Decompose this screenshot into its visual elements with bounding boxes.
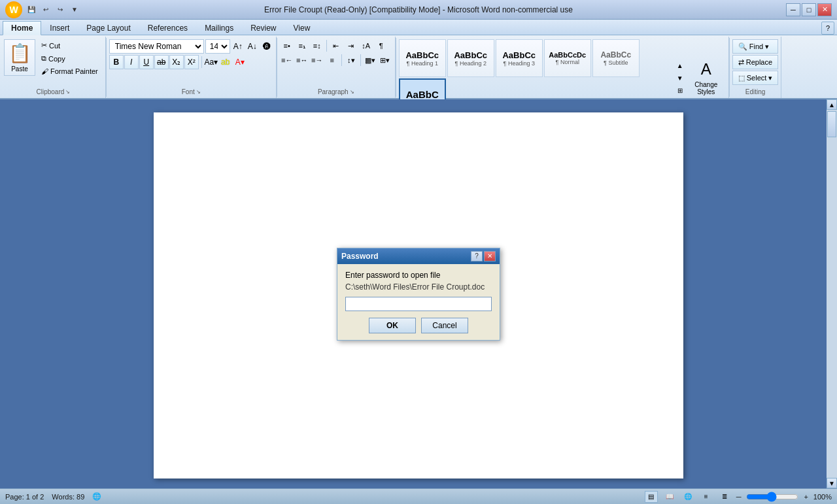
undo-quick-btn[interactable]: ↩ [39,3,52,16]
font-family-selector[interactable]: Times New Roman [109,39,204,54]
styles-scroll-up[interactable]: ▲ [675,59,685,71]
redo-quick-btn[interactable]: ↪ [54,3,67,16]
select-button[interactable]: ⬚ Select ▾ [732,71,779,85]
style-heading3[interactable]: AaBbCc ¶ Heading 3 [496,39,543,77]
shading-button[interactable]: ▩▾ [363,54,377,67]
strikethrough-button[interactable]: ab [154,55,169,69]
full-reading-btn[interactable]: 📖 [663,491,676,503]
grow-font-button[interactable]: A↑ [231,40,245,53]
numbering-button[interactable]: ≡₁ [295,39,309,52]
line-spacing-button[interactable]: ↕▾ [344,54,358,67]
dialog-help-button[interactable]: ? [471,251,483,261]
dialog-buttons: OK Cancel [345,318,492,333]
tab-view[interactable]: View [285,21,319,35]
cut-button[interactable]: ✂ Cut [37,39,103,52]
font-expand-icon[interactable]: ↘ [196,89,201,95]
style-heading2[interactable]: AaBbCc ¶ Heading 2 [447,39,494,77]
text-highlight-button[interactable]: ab [219,56,232,69]
style-normal[interactable]: AaBbCcDc ¶ Normal [544,39,591,77]
styles-expand[interactable]: ⊞ [675,84,685,96]
help-button[interactable]: ? [821,22,834,35]
show-formatting-button[interactable]: ¶ [374,39,388,52]
normal-preview: AaBbCcDc [549,51,586,59]
align-left-button[interactable]: ≡← [280,54,294,67]
italic-button[interactable]: I [124,55,139,69]
clipboard-expand-icon[interactable]: ↘ [65,89,70,95]
multilevel-button[interactable]: ≡↕ [310,39,324,52]
change-styles-button[interactable]: A Change Styles [687,55,726,101]
align-center-button[interactable]: ≡↔ [295,54,309,67]
outline-btn[interactable]: ≡ [700,491,713,503]
scroll-thumb[interactable] [827,111,836,137]
zoom-slider[interactable] [746,493,798,501]
dialog-cancel-button[interactable]: Cancel [421,318,468,333]
shrink-font-button[interactable]: A↓ [246,40,259,53]
web-layout-btn[interactable]: 🌐 [681,491,694,503]
paste-button[interactable]: 📋 Paste [4,39,35,76]
close-button[interactable]: ✕ [817,3,832,16]
minimize-button[interactable]: ─ [786,3,800,16]
subscript-button[interactable]: X₂ [169,55,184,69]
clipboard-label: Clipboard ↘ [4,87,103,97]
tab-references[interactable]: References [139,21,196,35]
format-painter-button[interactable]: 🖌 Format Painter [37,65,103,77]
font-size-selector[interactable]: 14 [205,39,230,54]
office-logo[interactable]: W [5,1,22,18]
change-styles-icon: A [701,60,711,78]
justify-button[interactable]: ≡ [325,54,339,67]
print-layout-btn[interactable]: ▤ [645,491,658,503]
align-right-button[interactable]: ≡→ [310,54,324,67]
select-icon: ⬚ [738,74,745,82]
clear-format-button[interactable]: 🅐 [260,40,273,53]
save-quick-btn[interactable]: 💾 [25,3,38,16]
language-icon: 🌐 [92,492,101,501]
bold-button[interactable]: B [109,55,124,69]
copy-button[interactable]: ⧉ Copy [37,52,103,65]
paragraph-label: Paragraph ↘ [280,87,392,97]
window-title: Error File Croupt (Read-Only) [Compatibi… [264,5,573,14]
find-button[interactable]: 🔍 Find ▾ [732,39,779,54]
para-row-2: ≡← ≡↔ ≡→ ≡ ↕▾ ▩▾ ⊞▾ [280,54,392,67]
sort-button[interactable]: ↕A [359,39,373,52]
dialog-close-button[interactable]: ✕ [484,251,496,261]
dialog-ok-button[interactable]: OK [369,318,416,333]
scroll-up-button[interactable]: ▲ [827,99,837,110]
paragraph-expand-icon[interactable]: ↘ [350,89,354,95]
zoom-minus[interactable]: ─ [736,493,742,501]
tab-mailings[interactable]: Mailings [196,21,242,35]
page-info: Page: 1 of 2 [5,493,44,501]
paragraph-content: ≡• ≡₁ ≡↕ ⇤ ⇥ ↕A ¶ ≡← ≡↔ ≡→ ≡ ↕▾ [280,38,392,87]
maximize-button[interactable]: □ [802,3,816,16]
title-bar: W 💾 ↩ ↪ ▼ Error File Croupt (Read-Only) … [0,0,837,20]
superscript-button[interactable]: X² [184,55,199,69]
customize-quick-btn[interactable]: ▼ [68,3,81,16]
font-content: Times New Roman 14 A↑ A↓ 🅐 B I U ab [109,38,273,87]
font-color-button[interactable]: A▾ [233,56,247,69]
editing-content: 🔍 Find ▾ ⇄ Replace ⬚ Select ▾ [732,38,779,87]
normal-label: ¶ Normal [556,59,579,65]
border-button[interactable]: ⊞▾ [378,54,392,67]
document-area: ▲ ▼ Password ? ✕ Enter password to open … [0,99,837,488]
tab-review[interactable]: Review [242,21,284,35]
underline-button[interactable]: U [139,55,154,69]
font-separator [201,56,202,68]
zoom-plus[interactable]: + [804,493,808,501]
increase-indent-button[interactable]: ⇥ [344,39,358,52]
draft-btn[interactable]: ≣ [718,491,731,503]
dialog-file-path: C:\seth\Word Files\Error File Croupt.doc [345,282,492,292]
vertical-scrollbar: ▲ ▼ [827,99,837,488]
tab-page-layout[interactable]: Page Layout [78,21,139,35]
tab-home[interactable]: Home [3,21,41,35]
heading1-label: ¶ Heading 1 [407,60,438,67]
scroll-down-button[interactable]: ▼ [827,478,837,488]
styles-group: AaBbCc ¶ Heading 1 AaBbCc ¶ Heading 2 Aa… [396,37,729,98]
replace-button[interactable]: ⇄ Replace [732,55,779,69]
bullets-button[interactable]: ≡• [280,39,294,52]
decrease-indent-button[interactable]: ⇤ [329,39,343,52]
style-subtitle[interactable]: AaBbCc ¶ Subtitle [592,39,640,77]
tab-insert[interactable]: Insert [41,21,78,35]
password-input[interactable] [345,297,492,311]
change-case-button[interactable]: Aa▾ [205,56,218,69]
style-heading1[interactable]: AaBbCc ¶ Heading 1 [399,39,446,77]
styles-scroll-down[interactable]: ▼ [675,72,685,84]
